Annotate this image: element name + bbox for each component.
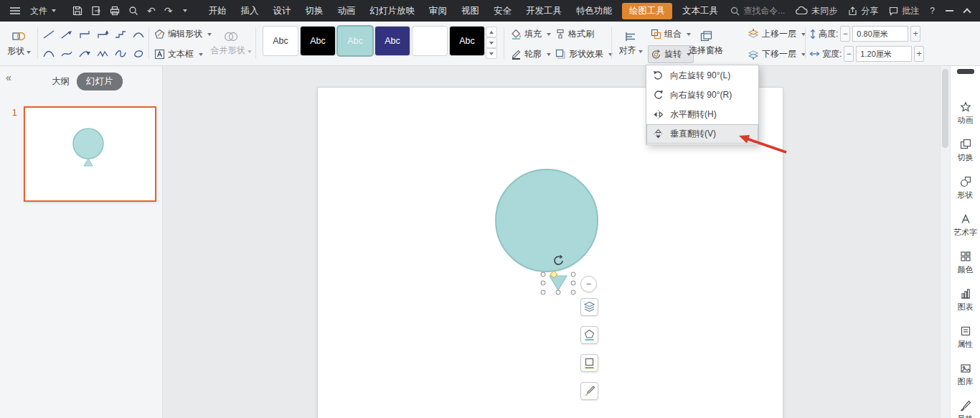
search-command-box[interactable]: 查找命令... [730,5,785,17]
selection-pane-button[interactable]: 选择窗格 [685,24,727,64]
edit-shape-button[interactable]: 编辑形状 [151,25,215,43]
tab-insert[interactable]: 插入 [233,0,265,22]
s-curve-shape-icon[interactable] [57,44,75,63]
rotate-handle-icon[interactable] [552,254,565,266]
shape-fill-button[interactable] [580,326,598,344]
shape-style-swatch[interactable]: Abc [263,27,298,55]
tab-transition[interactable]: 切换 [298,0,330,22]
send-backward-button[interactable]: 下移一层 [745,45,809,63]
stair-connector-icon[interactable] [111,24,129,44]
ribbon-divider [805,27,806,59]
merge-shapes-button[interactable]: 合并形状 [210,24,252,64]
height-decrease-button[interactable] [840,26,850,42]
height-increase-button[interactable] [910,26,920,42]
sidebar-item-transition[interactable]: 切换 [951,132,980,169]
elbow-arrow-connector-icon[interactable] [93,24,111,44]
shape-outline-button[interactable] [580,354,598,372]
bring-forward-button[interactable]: 上移一层 [745,25,809,43]
curve-shape-icon[interactable] [39,44,57,63]
tab-design[interactable]: 设计 [265,0,298,22]
sidebar-item-gallery[interactable]: 图库 [951,356,980,394]
comment-button[interactable]: 批注 [889,5,919,17]
style-gallery-up-icon[interactable] [486,27,496,37]
selected-triangle-shape[interactable] [539,269,578,297]
slide-thumbnail[interactable] [24,106,156,202]
style-gallery-down-icon[interactable] [486,38,496,47]
tab-security[interactable]: 安全 [486,0,519,22]
canvas-scrollbar[interactable] [940,66,950,418]
editing-canvas[interactable]: − [163,66,940,418]
shape-style-swatch[interactable]: Abc [450,27,484,55]
height-input[interactable] [852,26,908,42]
menu-item-rotate-right-90[interactable]: 向右旋转 90°(R) [646,85,758,105]
zigzag-shape-icon[interactable] [93,44,111,63]
sidebar-menu-grip[interactable] [957,69,974,74]
arc-shape-icon[interactable] [129,24,147,44]
collapse-ribbon-icon[interactable] [964,7,970,15]
layer-options-button[interactable] [580,298,598,316]
tab-view[interactable]: 视图 [454,0,486,22]
menu-item-flip-horizontal[interactable]: 水平翻转(H) [646,105,758,124]
menu-item-rotate-left-90[interactable]: 向左旋转 90°(L) [646,66,758,85]
outline-tab[interactable]: 大纲 [52,75,70,88]
canvas-scrollbar-thumb[interactable] [942,69,948,148]
save-icon[interactable] [69,0,86,22]
shape-style-swatch[interactable]: Abc [375,27,410,55]
undo-icon[interactable]: ↶ [143,0,159,22]
slides-tab[interactable]: 幻灯片 [77,73,123,90]
shape-style-swatch[interactable]: Abc [301,27,335,55]
style-brush-button[interactable] [580,382,598,400]
tab-review[interactable]: 审阅 [422,0,454,22]
redo-icon[interactable]: ↷ [161,0,176,22]
rotate-left-icon [653,70,664,81]
shape-style-swatch[interactable] [413,27,447,55]
outline-button[interactable]: 轮廓 [508,45,554,63]
tab-special-features[interactable]: 特色功能 [569,0,619,22]
curved-arrow-shape-icon[interactable] [75,44,93,63]
sidebar-item-animation[interactable]: 动画 [951,95,980,132]
collapse-float-toolbar-button[interactable]: − [580,276,597,292]
sidebar-item-chart[interactable]: 图表 [951,282,980,319]
file-menu[interactable]: 文件 [26,0,60,22]
balloon-circle-shape[interactable] [495,169,598,272]
sidebar-item-shape[interactable]: 形状 [951,169,980,207]
help-icon[interactable]: ? [930,6,935,16]
tab-animation[interactable]: 动画 [330,0,362,22]
tab-slideshow[interactable]: 幻灯片放映 [362,0,422,22]
shapes-button[interactable]: 形状 [2,24,36,64]
loop-curve-shape-icon[interactable] [111,44,129,63]
elbow-connector-icon[interactable] [75,24,93,44]
style-gallery-more-icon[interactable] [486,49,496,58]
tab-text-tools[interactable]: 文本工具 [675,0,725,22]
print-preview-icon[interactable] [125,0,142,22]
text-box-button[interactable]: 文本框 [151,45,206,63]
sync-status-button[interactable]: 未同步 [796,5,837,17]
fill-button[interactable]: 填充 [508,25,554,43]
arrow-line-shape-icon[interactable] [57,24,75,44]
width-decrease-button[interactable] [844,46,854,62]
send-backward-icon [748,49,759,60]
shape-style-swatch-selected[interactable]: Abc [338,27,372,55]
tab-drawing-tools[interactable]: 绘图工具 [622,3,672,19]
export-icon[interactable] [88,0,105,22]
tab-devtools[interactable]: 开发工具 [519,0,569,22]
width-input[interactable] [856,46,912,62]
align-button[interactable]: 对齐 [615,24,646,64]
shape-effects-button[interactable]: 形状效果 [552,45,616,63]
gallery-icon [960,363,971,374]
qat-dropdown-icon[interactable] [177,0,191,22]
sidebar-item-wordart[interactable]: 艺术字 [951,207,980,244]
sidebar-item-properties[interactable]: 属性 [951,319,980,356]
minimize-toolbar-icon[interactable] [946,10,953,11]
tab-home[interactable]: 开始 [201,0,233,22]
sidebar-item-style[interactable]: 风格 [951,394,980,418]
hamburger-menu-icon[interactable] [6,0,24,22]
freeform-shape-icon[interactable] [129,44,147,63]
format-painter-button[interactable]: 格式刷 [552,25,597,43]
collapse-panel-icon[interactable]: « [6,72,11,83]
width-increase-button[interactable] [914,46,924,62]
line-shape-icon[interactable] [39,24,57,44]
sidebar-item-color[interactable]: 颜色 [951,244,980,282]
print-icon[interactable] [106,0,123,22]
share-button[interactable]: 分享 [848,5,878,17]
